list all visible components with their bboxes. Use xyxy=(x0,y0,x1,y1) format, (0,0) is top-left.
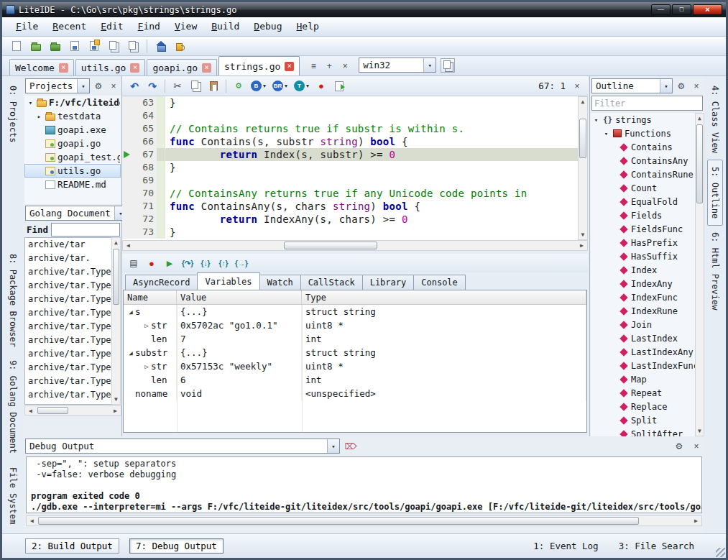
scroll-right-icon[interactable]: ▶ xyxy=(576,241,587,250)
code-editor[interactable]: 63}6465// Contains returns true if subst… xyxy=(122,96,578,240)
outline-function-indexany[interactable]: IndexAny xyxy=(591,277,695,290)
menu-edit[interactable]: Edit xyxy=(94,19,129,35)
menu-recent[interactable]: Recent xyxy=(46,19,93,35)
code-line[interactable]: 63} xyxy=(122,96,578,109)
gear-icon[interactable]: ⚙ xyxy=(673,440,686,453)
doc-list-hscrollbar[interactable]: ◀ ▶ xyxy=(24,405,121,416)
tab-close-icon[interactable]: × xyxy=(130,63,139,73)
scroll-up-icon[interactable]: ▲ xyxy=(696,114,704,123)
breakpoint-margin[interactable] xyxy=(122,213,132,226)
doc-list-item[interactable]: archive/tar.TypeChar xyxy=(25,279,120,293)
outline-function-lastindexfunc[interactable]: LastIndexFunc xyxy=(591,359,695,372)
outline-function-index[interactable]: Index xyxy=(591,263,695,277)
rail-item-9-golang-document[interactable]: 9: Golang Document xyxy=(6,354,20,460)
expand-arrow-icon[interactable]: ◢ xyxy=(126,349,135,357)
breakpoint-margin[interactable] xyxy=(122,200,132,213)
close-button[interactable]: × xyxy=(693,4,722,15)
column-header-value[interactable]: Value xyxy=(177,290,302,304)
tree-item-f-vfc-liteide-g[interactable]: ▾F:/vfc/liteide-g xyxy=(24,96,121,109)
code-line[interactable]: 72 return IndexAny(s, chars) >= 0 xyxy=(122,213,578,226)
code-line[interactable]: 66func Contains(s, substr string) bool { xyxy=(122,135,578,148)
debug-output-text[interactable]: -sep=", ": setup separators -v=false: ve… xyxy=(26,456,702,513)
debug-tab-callstack[interactable]: CallStack xyxy=(300,275,363,290)
step-into-icon[interactable]: {↓} xyxy=(198,256,213,270)
env-config-button[interactable] xyxy=(441,58,455,73)
rail-item-8-package-browser[interactable]: 8: Package Browser xyxy=(6,247,20,354)
redo-icon[interactable]: ↷ xyxy=(144,78,160,94)
gear-icon[interactable]: ⚙ xyxy=(675,80,688,93)
scroll-thumb[interactable] xyxy=(113,249,119,305)
maximize-button[interactable]: □ xyxy=(672,4,691,15)
outline-vscrollbar[interactable]: ▲ ▼ xyxy=(695,113,704,436)
run-to-cursor-icon[interactable]: {→} xyxy=(234,256,249,270)
doc-list-item[interactable]: archive/tar.TypeLink xyxy=(25,334,120,347)
column-header-name[interactable]: Name xyxy=(124,290,177,304)
breakpoint-margin[interactable] xyxy=(122,109,132,122)
open-project-icon[interactable] xyxy=(47,38,63,54)
session-icon[interactable] xyxy=(125,38,141,54)
outline-group-functions[interactable]: ▾Functions xyxy=(591,127,695,140)
variable-row[interactable]: len6int xyxy=(124,373,586,387)
tab-close-icon[interactable]: × xyxy=(202,63,211,73)
outline-function-hasprefix[interactable]: HasPrefix xyxy=(591,236,695,249)
debug-tab-asyncrecord[interactable]: AsyncRecord xyxy=(125,275,198,290)
expand-arrow-icon[interactable]: ▷ xyxy=(142,363,151,370)
outline-function-map[interactable]: Map xyxy=(591,372,695,386)
undo-icon[interactable]: ↶ xyxy=(126,78,142,94)
outline-function-contains[interactable]: Contains xyxy=(591,140,695,154)
doc-list-item[interactable]: archive/tar.TypeFifo xyxy=(25,320,120,334)
doc-list-item[interactable]: archive/tar.TypeSymlink xyxy=(25,375,120,388)
doc-list-item[interactable]: archive/tar.TypeDir xyxy=(25,306,120,320)
save-all-icon[interactable] xyxy=(86,38,102,54)
breakpoint-margin[interactable] xyxy=(122,174,132,187)
test-menu-button[interactable]: T▾ xyxy=(292,79,311,93)
variable-row[interactable]: ◢substr{...}struct string xyxy=(124,346,586,359)
resize-grip[interactable] xyxy=(716,548,725,557)
outline-function-containsany[interactable]: ContainsAny xyxy=(591,154,695,167)
doc-list-vscrollbar[interactable]: ▲ ▼ xyxy=(111,237,121,405)
code-line[interactable]: 70// ContainsAny returns true if any Uni… xyxy=(122,187,578,200)
rail-item-4-class-view[interactable]: 4: Class View xyxy=(708,79,722,160)
scroll-thumb[interactable] xyxy=(696,124,703,203)
tab-close-icon[interactable]: × xyxy=(285,62,294,71)
menu-find[interactable]: Find xyxy=(132,19,167,35)
menu-view[interactable]: View xyxy=(168,19,203,35)
build-gear-icon[interactable]: ⚙ xyxy=(231,78,246,94)
scroll-right-icon[interactable]: ▶ xyxy=(110,406,121,415)
outline-function-join[interactable]: Join xyxy=(591,318,695,331)
outline-function-indexfunc[interactable]: IndexFunc xyxy=(591,290,695,304)
tree-item-testdata[interactable]: ▸testdata xyxy=(24,109,121,123)
outline-function-fields[interactable]: Fields xyxy=(591,208,695,222)
build-menu-button[interactable]: B▾ xyxy=(249,79,268,93)
doc-list-item[interactable]: archive/tar.TypeXGlobal xyxy=(25,388,120,402)
rail-item-file-system[interactable]: File System xyxy=(6,461,20,531)
tree-item-utils-go[interactable]: utils.go xyxy=(24,164,121,178)
expand-arrow-icon[interactable]: ◢ xyxy=(126,308,135,316)
stop-debug-icon[interactable]: ● xyxy=(144,256,159,270)
status-button-2-build-output[interactable]: 2: Build Output xyxy=(25,538,119,554)
outline-function-indexrune[interactable]: IndexRune xyxy=(591,304,695,318)
debug-output-hscrollbar[interactable]: ◀ ▶ xyxy=(26,515,702,526)
variable-row[interactable]: ▷str0x57153c "weekly"uint8 * xyxy=(124,359,586,373)
gear-icon[interactable]: ⚙ xyxy=(92,80,105,93)
scroll-left-icon[interactable]: ◀ xyxy=(25,406,36,415)
doc-list-item[interactable]: archive/tar.TypeRegA xyxy=(25,361,120,375)
tab-welcome[interactable]: Welcome× xyxy=(9,59,74,75)
clear-output-icon[interactable]: ⌦ xyxy=(344,440,357,453)
outline-function-fieldsfunc[interactable]: FieldsFunc xyxy=(591,222,695,236)
scroll-thumb[interactable] xyxy=(284,242,377,249)
paste-icon[interactable] xyxy=(206,78,221,94)
tab-strings-go[interactable]: strings.go× xyxy=(218,56,300,75)
breakpoint-margin[interactable] xyxy=(122,226,132,239)
cut-icon[interactable]: ✂ xyxy=(170,78,185,94)
breakpoint-margin[interactable] xyxy=(122,148,132,161)
editor-vscrollbar[interactable]: ▲ ▼ xyxy=(578,96,588,240)
status-label-3-file-search[interactable]: 3: File Search xyxy=(619,541,694,551)
debug-tab-watch[interactable]: Watch xyxy=(259,275,301,290)
save-file-icon[interactable] xyxy=(67,38,83,54)
build-run-menu-button[interactable]: BR▾ xyxy=(270,79,290,93)
golang-document-combo[interactable]: Golang Document ▾ xyxy=(25,206,127,221)
rail-item-5-outline[interactable]: 5: Outline xyxy=(707,160,723,226)
scroll-left-icon[interactable]: ◀ xyxy=(27,516,37,525)
expand-arrow-icon[interactable]: ▸ xyxy=(35,113,43,120)
